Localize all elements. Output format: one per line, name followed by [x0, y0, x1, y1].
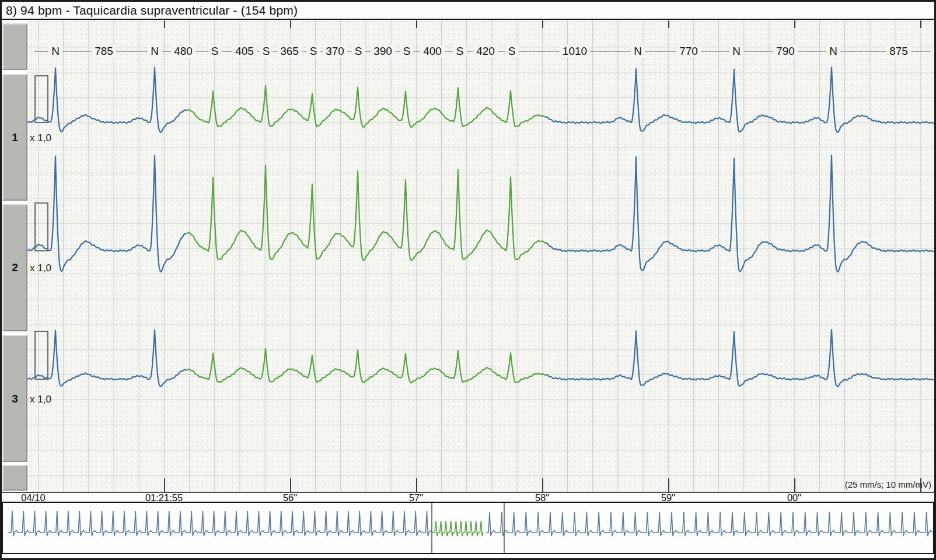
- second-tick-bottom: [668, 478, 669, 492]
- time-label: 59": [661, 492, 675, 503]
- beat-type-label: S: [453, 45, 467, 58]
- beat-type-label: N: [729, 45, 743, 58]
- beat-type-label: S: [400, 45, 414, 58]
- beat-type-label: N: [826, 45, 840, 58]
- time-label: 57": [409, 492, 423, 503]
- time-label: 00": [787, 492, 801, 503]
- rhythm-overview-strip[interactable]: [2, 502, 934, 554]
- date-label: 04/10: [21, 492, 45, 503]
- beat-type-label: N: [631, 45, 645, 58]
- second-tick-top: [794, 20, 795, 28]
- second-tick-top: [668, 20, 669, 28]
- rr-interval-label: 1010: [560, 45, 590, 58]
- rr-interval-label: 790: [773, 45, 798, 58]
- beat-type-label: N: [48, 45, 62, 58]
- second-tick-top: [920, 20, 921, 28]
- rr-interval-label: 785: [92, 45, 116, 58]
- second-tick-top: [416, 20, 417, 28]
- time-label: 58": [535, 492, 549, 503]
- ecg-grid: [27, 20, 934, 492]
- rr-interval-label: 405: [232, 45, 257, 58]
- rr-interval-label: 370: [323, 45, 347, 58]
- time-label: 56": [283, 492, 297, 503]
- second-tick-bottom: [794, 478, 795, 492]
- channel-number-label: 2: [2, 261, 27, 274]
- rr-interval-label: 420: [473, 45, 498, 58]
- page-title: 8) 94 bpm - Taquicardia supraventricular…: [6, 4, 298, 18]
- beat-type-label: S: [260, 45, 273, 58]
- second-tick-bottom: [416, 478, 417, 492]
- second-tick-bottom: [542, 478, 543, 492]
- rr-interval-label: 875: [886, 45, 911, 58]
- title-bar: 8) 94 bpm - Taquicardia supraventricular…: [2, 2, 934, 20]
- channel-gain-label: x 1,0: [30, 132, 51, 144]
- sidebar-block[interactable]: [2, 23, 27, 70]
- beat-type-label: S: [208, 45, 222, 58]
- channel-gain-label: x 1,0: [30, 262, 51, 274]
- second-tick-bottom: [290, 478, 291, 492]
- beat-type-label: N: [148, 45, 162, 58]
- rr-interval-label: 770: [676, 45, 701, 58]
- rr-interval-label: 400: [420, 45, 445, 58]
- beat-type-label: S: [352, 45, 365, 58]
- sidebar-block[interactable]: [2, 465, 27, 491]
- beat-type-label: S: [505, 45, 519, 58]
- second-tick-top: [542, 20, 543, 28]
- channel-gain-label: x 1,0: [30, 394, 51, 405]
- rr-interval-label: 390: [371, 45, 395, 58]
- channel-number-label: 1: [2, 131, 27, 144]
- second-tick-top: [290, 20, 291, 28]
- channel-number-label: 3: [2, 393, 27, 405]
- time-label: 01:21:55: [145, 492, 183, 503]
- beat-type-label: S: [307, 45, 320, 58]
- second-tick-top: [164, 20, 165, 28]
- scale-note: (25 mm/s; 10 mm/mV): [845, 480, 931, 489]
- second-tick-bottom: [164, 478, 165, 492]
- rr-interval-label: 480: [171, 45, 195, 58]
- rr-interval-label: 365: [277, 45, 302, 58]
